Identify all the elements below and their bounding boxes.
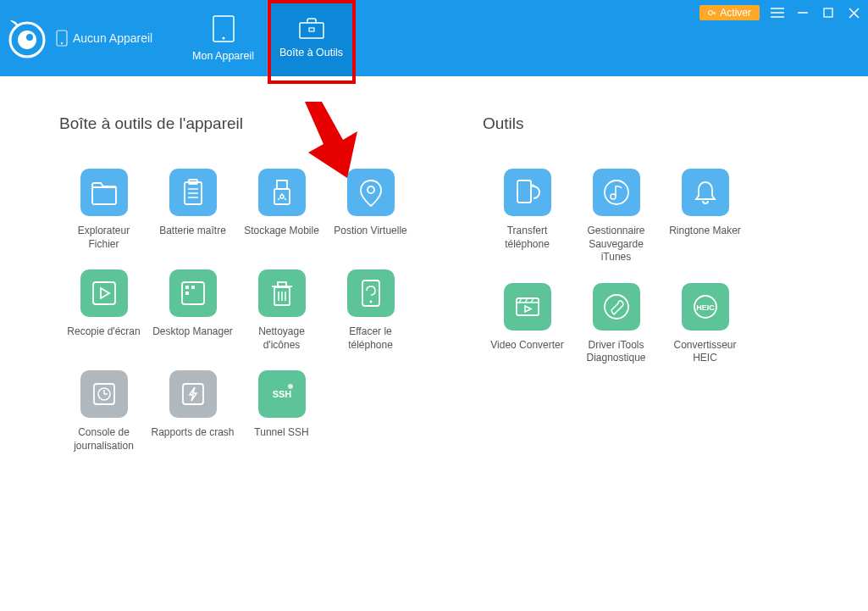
app-header: Aucun Appareil Mon Appareil Boîte à Outi…	[0, 0, 868, 76]
clipboard-icon	[169, 169, 217, 216]
svg-rect-32	[93, 282, 115, 304]
svg-rect-16	[824, 8, 832, 17]
tool-label: Tunnel SSH	[254, 426, 308, 440]
nav-tabs: Mon Appareil Boîte à Outils	[180, 0, 356, 76]
device-status-text: Aucun Appareil	[73, 31, 152, 45]
annotation-arrow-icon	[296, 102, 364, 182]
tool-label: Gestionnaire Sauvegarde iTunes	[574, 225, 659, 264]
minimize-icon	[797, 7, 809, 19]
tool-item[interactable]: Batterie maître	[148, 169, 237, 251]
svg-point-53	[605, 181, 628, 204]
tool-label: Rapports de crash	[151, 426, 234, 440]
close-button[interactable]	[846, 5, 861, 20]
tool-item[interactable]: Rapports de crash	[148, 370, 237, 453]
tool-label: Video Converter	[490, 339, 564, 353]
svg-text:HEIC: HEIC	[696, 303, 715, 312]
tool-label: Console de journalisation	[62, 426, 147, 453]
clock-icon	[80, 370, 128, 418]
tool-item[interactable]: Effacer le téléphone	[326, 269, 415, 352]
music-icon	[593, 169, 640, 216]
tool-item[interactable]: Explorateur Fichier	[59, 169, 148, 251]
tool-item[interactable]: Nettoyage d'icônes	[237, 269, 326, 352]
wrench-icon	[593, 283, 640, 330]
tab-my-device[interactable]: Mon Appareil	[180, 0, 268, 76]
svg-rect-19	[92, 187, 116, 204]
tool-label: Convertisseur HEIC	[663, 339, 748, 365]
tool-label: Effacer le téléphone	[329, 325, 413, 352]
tablet-icon	[212, 14, 235, 43]
activate-button[interactable]: Activer	[699, 5, 760, 20]
section-tools: Outils Transfert téléphoneGestionnaire S…	[483, 114, 771, 472]
tool-label: Driver iTools Diagnostique	[574, 339, 659, 365]
heic-icon: HEIC	[682, 283, 729, 330]
tool-item[interactable]: SSHTunnel SSH	[237, 370, 326, 453]
svg-point-44	[369, 301, 372, 303]
close-icon	[849, 8, 860, 19]
svg-rect-26	[274, 189, 290, 204]
tool-label: Transfert téléphone	[485, 225, 570, 251]
tool-label: Recopie d'écran	[67, 325, 140, 339]
tool-item[interactable]: Gestionnaire Sauvegarde iTunes	[572, 169, 661, 264]
ssh-icon: SSH	[258, 370, 306, 418]
app-logo-icon	[7, 18, 47, 58]
svg-line-30	[285, 198, 286, 200]
menu-button[interactable]	[770, 5, 785, 20]
tool-item[interactable]: Transfert téléphone	[483, 169, 572, 264]
power-icon	[347, 269, 395, 317]
window-controls: Activer	[699, 5, 861, 20]
tool-label: Ringtone Maker	[669, 225, 741, 238]
svg-rect-36	[185, 292, 189, 295]
key-icon	[708, 8, 716, 17]
tab-toolbox[interactable]: Boîte à Outils	[268, 0, 356, 76]
toolbox-icon	[298, 18, 325, 40]
section-title: Outils	[483, 114, 771, 133]
video-icon	[504, 283, 551, 330]
tool-item[interactable]: Video Converter	[483, 283, 572, 365]
section-title: Boîte à outils de l'appareil	[59, 114, 432, 133]
tool-label: Nettoyage d'icônes	[240, 325, 324, 352]
tool-label: Postion Virtuelle	[334, 225, 407, 238]
svg-rect-7	[300, 23, 323, 38]
grid-icon	[169, 269, 217, 317]
tool-item[interactable]: Ringtone Maker	[661, 169, 749, 264]
svg-rect-34	[185, 286, 189, 289]
main-content: Boîte à outils de l'appareil Explorateur…	[0, 76, 868, 489]
device-status: Aucun Appareil	[56, 30, 152, 47]
svg-rect-49	[183, 384, 203, 404]
folder-icon	[80, 169, 128, 216]
tools-grid: Transfert téléphoneGestionnaire Sauvegar…	[483, 169, 771, 384]
tool-item[interactable]: HEICConvertisseur HEIC	[661, 283, 749, 365]
svg-text:SSH: SSH	[272, 389, 291, 399]
svg-point-2	[26, 34, 33, 41]
device-icon	[56, 30, 68, 47]
tool-label: Desktop Manager	[152, 325, 233, 339]
tool-item[interactable]: Desktop Manager	[148, 269, 237, 352]
bolt-icon	[169, 370, 217, 418]
activate-label: Activer	[720, 7, 751, 19]
svg-point-27	[280, 195, 284, 198]
minimize-button[interactable]	[795, 5, 810, 20]
section-device-toolbox: Boîte à outils de l'appareil Explorateur…	[59, 114, 432, 472]
tab-label: Mon Appareil	[192, 50, 254, 62]
svg-rect-39	[278, 282, 286, 286]
svg-rect-33	[182, 282, 204, 304]
svg-point-31	[368, 186, 374, 193]
svg-rect-8	[309, 28, 314, 31]
tool-item[interactable]: Recopie d'écran	[59, 269, 148, 352]
tab-label: Boîte à Outils	[279, 47, 343, 58]
svg-point-54	[611, 194, 616, 199]
tool-item[interactable]: Console de journalisation	[59, 370, 148, 453]
svg-point-60	[605, 295, 628, 319]
maximize-icon	[823, 8, 833, 18]
maximize-button[interactable]	[821, 5, 836, 20]
tool-item[interactable]: Driver iTools Diagnostique	[572, 283, 661, 365]
bell-icon	[682, 169, 729, 216]
svg-point-4	[61, 42, 63, 44]
transfer-icon	[504, 169, 551, 216]
tool-label: Explorateur Fichier	[62, 225, 147, 251]
svg-point-9	[709, 11, 713, 15]
trash-icon	[258, 269, 306, 317]
svg-rect-25	[277, 181, 287, 189]
svg-rect-52	[517, 181, 531, 203]
svg-point-1	[18, 31, 36, 49]
